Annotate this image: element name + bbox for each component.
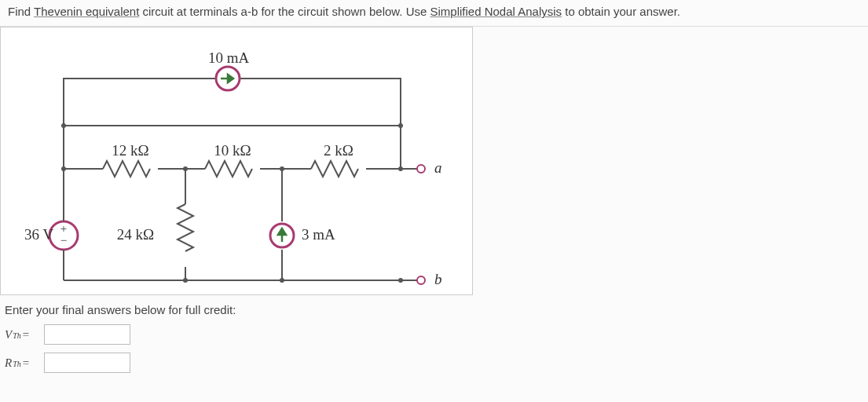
eq-sign: = [22, 328, 30, 342]
svg-point-8 [398, 166, 403, 171]
vth-label: VTh = [5, 328, 39, 342]
svg-point-11 [183, 278, 188, 283]
svg-point-13 [398, 278, 403, 283]
svg-point-7 [280, 166, 284, 171]
rth-row: RTh = [5, 353, 863, 373]
answer-instructions: Enter your final answers below for full … [5, 303, 863, 316]
svg-point-9 [61, 123, 66, 128]
prompt-text: to obtain your answer. [562, 5, 680, 18]
vth-sym: V [5, 328, 12, 342]
rth-sub: Th [13, 360, 21, 368]
terminal-b: b [434, 271, 442, 287]
answer-section: Enter your final answers below for full … [0, 300, 868, 384]
terminal-a: a [434, 159, 442, 176]
label-r2: 2 kΩ [324, 142, 353, 159]
svg-point-10 [398, 123, 403, 128]
vsrc-minus: − [60, 234, 67, 247]
thevenin-link: Thevenin equivalent [34, 5, 139, 18]
eq-sign: = [22, 356, 30, 370]
svg-point-3 [417, 165, 425, 173]
nodal-link: Simplified Nodal Analysis [430, 5, 562, 18]
label-i-top: 10 mA [208, 49, 250, 66]
rth-label: RTh = [5, 356, 39, 370]
rth-sym: R [5, 356, 12, 370]
label-vsrc: 36 V [24, 226, 53, 243]
prompt-text: Find [8, 5, 34, 18]
vth-input[interactable] [44, 324, 130, 345]
svg-point-5 [61, 166, 66, 171]
svg-point-4 [417, 276, 425, 284]
circuit-diagram: + − 10 mA 12 kΩ 10 kΩ 2 kΩ 24 kΩ 3 mA 36… [0, 27, 473, 295]
work-area: + − 10 mA 12 kΩ 10 kΩ 2 kΩ 24 kΩ 3 mA 36… [0, 27, 868, 384]
svg-point-6 [183, 166, 188, 171]
prompt-text: circuit at terminals a-b for the circuit… [139, 5, 430, 18]
question-prompt: Find Thevenin equivalent circuit at term… [0, 0, 868, 27]
label-r24: 24 kΩ [117, 226, 154, 243]
vth-row: VTh = [5, 324, 863, 345]
label-i3: 3 mA [302, 226, 335, 243]
label-r10: 10 kΩ [214, 142, 251, 159]
svg-point-12 [280, 278, 284, 283]
label-r12: 12 kΩ [112, 142, 148, 159]
vth-sub: Th [13, 331, 21, 340]
rth-input[interactable] [44, 353, 130, 373]
vsrc-plus: + [60, 222, 67, 235]
